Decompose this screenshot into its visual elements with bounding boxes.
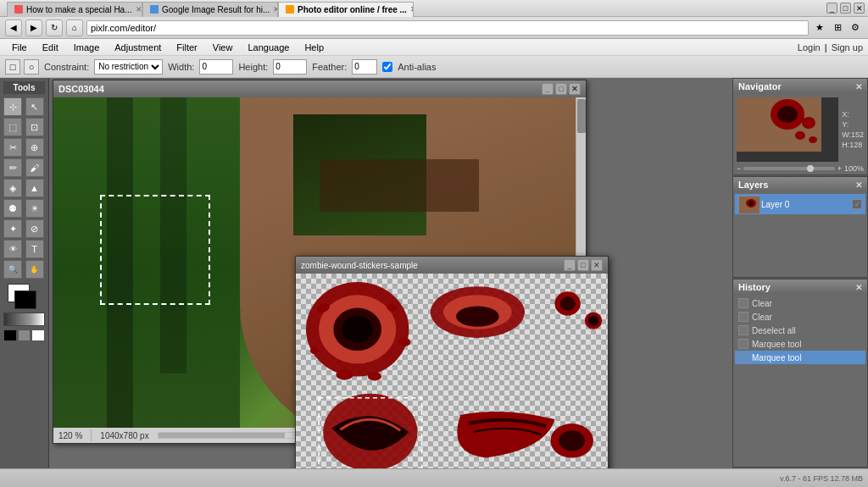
tool-lasso[interactable]: ⬚ [3, 118, 22, 136]
shape-selector-group: □ ○ [5, 59, 39, 75]
signup-link[interactable]: Sign up [832, 42, 863, 53]
browser-tab-3[interactable]: Photo editor online / free ... ✕ [278, 2, 414, 17]
v-scroll-thumb[interactable] [577, 99, 586, 133]
tool-text[interactable]: T [25, 240, 44, 258]
color-swatches [3, 284, 45, 309]
history-label-1: Clear [752, 313, 772, 322]
history-item-3[interactable]: Marquee tool [735, 337, 865, 351]
layer-item-0[interactable]: Layer 0 ✓ [735, 194, 865, 214]
width-input[interactable] [199, 59, 233, 75]
black-swatch[interactable] [3, 329, 17, 341]
tool-blur[interactable]: ⚉ [3, 199, 22, 218]
constraint-select[interactable]: No restriction [94, 59, 163, 75]
history-icon-4 [738, 352, 748, 362]
back-button[interactable]: ◀ [5, 19, 22, 36]
nav-coords-panel: X: Y: W:152 H:128 [842, 97, 864, 162]
refresh-button[interactable]: ↻ [46, 19, 63, 36]
bookmark-icon[interactable]: ⊞ [830, 20, 845, 36]
tab-favicon-2 [150, 5, 159, 14]
tool-eyedropper[interactable]: 👁 [3, 240, 22, 258]
close-button[interactable]: ✕ [854, 3, 865, 14]
menu-view[interactable]: View [206, 41, 240, 54]
anti-alias-checkbox[interactable] [382, 62, 392, 72]
settings-icon[interactable]: ⚙ [848, 20, 863, 36]
zombie-maximize[interactable]: □ [577, 259, 589, 271]
doc-maximize[interactable]: □ [555, 83, 567, 95]
navigator-close[interactable]: ✕ [855, 82, 862, 91]
history-item-0[interactable]: Clear [735, 296, 865, 310]
separator [91, 429, 92, 441]
star-icon[interactable]: ★ [812, 20, 827, 36]
history-icon-2 [738, 325, 748, 335]
doc-close[interactable]: ✕ [569, 83, 581, 95]
feather-input[interactable] [352, 59, 377, 75]
layers-close[interactable]: ✕ [855, 180, 862, 190]
ellipse-shape-button[interactable]: ○ [24, 59, 39, 75]
browser-tab-1[interactable]: How to make a special Ha... ✕ [7, 2, 142, 17]
zoom-plus-icon[interactable]: + [837, 164, 842, 173]
height-input[interactable] [273, 59, 307, 75]
tool-clone[interactable]: ▲ [25, 179, 44, 197]
menu-edit[interactable]: Edit [36, 41, 65, 54]
zombie-window: zombie-wound-stickers-sample _ □ ✕ [295, 256, 609, 468]
svg-point-12 [456, 306, 499, 326]
history-close[interactable]: ✕ [855, 283, 862, 292]
tool-wand[interactable]: ⊡ [25, 118, 44, 136]
doc-minimize[interactable]: _ [542, 83, 554, 95]
gray-swatch[interactable] [18, 329, 31, 341]
eye-region [320, 159, 479, 211]
menu-language[interactable]: Language [241, 41, 296, 54]
zoom-slider[interactable] [743, 167, 834, 170]
navigator-preview [737, 97, 838, 162]
tool-marquee-rect[interactable]: ⊹ [3, 97, 22, 116]
tool-eraser[interactable]: ◈ [3, 179, 22, 197]
navigator-body: X: Y: W:152 H:128 − + 100% [733, 94, 867, 176]
zoom-minus-icon[interactable]: − [737, 164, 741, 173]
browser-tab-2[interactable]: Google Image Result for hi... ✕ [142, 2, 278, 17]
tab-close-3[interactable]: ✕ [410, 5, 414, 14]
gradient-preview[interactable] [3, 313, 45, 326]
tool-gradient[interactable]: ⊘ [25, 219, 44, 238]
menu-image[interactable]: Image [67, 41, 107, 54]
tool-dodge[interactable]: ☀ [25, 199, 44, 218]
forward-button[interactable]: ▶ [25, 19, 42, 36]
tool-slice[interactable]: ⊕ [25, 138, 44, 157]
tool-hand[interactable]: ✋ [25, 260, 44, 279]
menu-help[interactable]: Help [298, 41, 331, 54]
history-item-2[interactable]: Deselect all [735, 324, 865, 337]
canvas-area: DSC03044 _ □ ✕ [49, 78, 732, 468]
zoom-handle[interactable] [807, 165, 814, 172]
fg-color-swatch[interactable] [14, 291, 36, 309]
menu-adjustment[interactable]: Adjustment [108, 41, 168, 54]
tool-zoom[interactable]: 🔍 [3, 260, 22, 279]
feather-label: Feather: [312, 62, 347, 72]
opacity-grid [3, 329, 45, 341]
svg-point-26 [809, 136, 817, 143]
home-button[interactable]: ⌂ [66, 19, 83, 36]
rect-shape-button[interactable]: □ [5, 59, 20, 75]
tool-crop[interactable]: ✂ [3, 138, 22, 157]
tab-label-3: Photo editor online / free ... [298, 5, 407, 14]
layer-visibility-0[interactable]: ✓ [852, 199, 862, 209]
doc-titlebar: DSC03044 _ □ ✕ [53, 80, 586, 97]
tab-label-2: Google Image Result for hi... [162, 5, 270, 14]
address-bar[interactable] [86, 20, 809, 36]
tool-move[interactable]: ↖ [25, 97, 44, 116]
white-swatch[interactable] [31, 329, 45, 341]
history-item-4[interactable]: Marquee tool [735, 351, 865, 364]
zombie-close[interactable]: ✕ [591, 259, 603, 271]
app-toolbar: □ ○ Constraint: No restriction Width: He… [0, 56, 868, 78]
menu-file[interactable]: File [5, 41, 34, 54]
minimize-button[interactable]: _ [826, 3, 837, 14]
tool-brush[interactable]: 🖌 [25, 158, 44, 177]
tool-fill[interactable]: ✦ [3, 219, 22, 238]
login-link[interactable]: Login [798, 42, 821, 53]
tab-close-1[interactable]: ✕ [136, 5, 142, 14]
zombie-minimize[interactable]: _ [564, 259, 576, 271]
tool-pencil[interactable]: ✏ [3, 158, 22, 177]
svg-point-16 [588, 316, 598, 326]
maximize-button[interactable]: □ [840, 3, 851, 14]
tab-favicon-1 [14, 5, 23, 14]
history-item-1[interactable]: Clear [735, 310, 865, 324]
menu-filter[interactable]: Filter [170, 41, 203, 54]
